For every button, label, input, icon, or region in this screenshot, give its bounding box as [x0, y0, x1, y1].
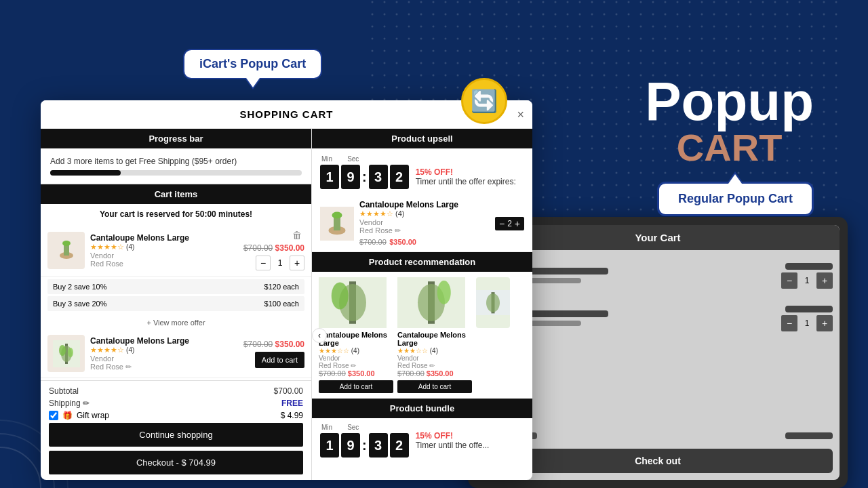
- bundle-offer-price: $120 each: [264, 283, 299, 291]
- rec-products-container: ‹ Cantaloupe Melons Large: [312, 272, 532, 399]
- svg-point-17: [332, 212, 342, 219]
- sale-price-2: $350.00: [275, 340, 304, 349]
- popup-cart-title: SHOPPING CART: [239, 108, 333, 120]
- timer-row: 1 9 : 3 2 15% OFF! Timer until the offer…: [320, 165, 524, 189]
- rec-product-name: Cantaloupe Melons Large: [319, 331, 393, 347]
- upsell-product-name: Cantaloupe Melons Large: [359, 200, 490, 209]
- timer-digit-4: 2: [390, 165, 409, 189]
- tablet-item-right-2: − 1 +: [781, 306, 833, 331]
- rec-product-vendor-2: Vendor: [397, 354, 472, 362]
- bundle-timer-group: Min Sec 1 9 : 3 2: [320, 424, 409, 458]
- decrease-qty-button[interactable]: −: [256, 256, 271, 270]
- tablet-checkout-button[interactable]: Check out: [483, 449, 833, 473]
- rec-products-list: Cantaloupe Melons Large ★★★☆☆ (4) Vendor…: [312, 272, 532, 399]
- tablet-item-right: − 1 +: [781, 263, 833, 289]
- tablet-increase-button-2[interactable]: +: [816, 315, 833, 331]
- bundle-timer-section: Min Sec 1 9 : 3 2 15% OFF! Timer until t…: [312, 418, 532, 463]
- qty-value: 1: [273, 258, 287, 268]
- subtotal-row: Subtotal $700.00: [49, 386, 303, 396]
- timer-colon: :: [362, 169, 367, 185]
- gift-wrap-checkbox[interactable]: [49, 411, 58, 420]
- upsell-product-vendor: Vendor: [359, 218, 490, 226]
- offer-text: 15% OFF! Timer until the offer expires:: [416, 167, 516, 186]
- tablet-footer-row: [483, 430, 833, 442]
- cart-item-image: [47, 335, 85, 372]
- tablet-price-bar: [785, 263, 833, 270]
- popup-cart-modal: SHOPPING CART × Progress bar Add 3 more …: [41, 100, 532, 480]
- rec-product-image-3: [476, 277, 510, 328]
- upsell-product-price: $700.00 $350.00: [359, 235, 490, 247]
- cart-items-section-header: Cart items: [41, 184, 311, 204]
- svg-point-12: [59, 345, 66, 356]
- icart-speech-bubble-text: iCart's Popup Cart: [199, 57, 306, 70]
- emoji-icon: 🔄: [461, 78, 507, 124]
- timer-digit-2: 9: [341, 165, 360, 189]
- tablet-item: − 1 +: [483, 257, 833, 294]
- original-price: $700.00: [243, 243, 273, 253]
- cart-item-info: Cantaloupe Melons Large ★★★★☆ (4) Vendor…: [90, 233, 238, 268]
- close-button[interactable]: ×: [517, 107, 524, 121]
- tablet-qty-value-2: 1: [800, 319, 814, 328]
- tablet-decrease-button-2[interactable]: −: [781, 315, 797, 331]
- rec-sale-price-2: $350.00: [427, 369, 454, 378]
- bundle-digit-4: 2: [390, 433, 409, 458]
- bundle-timer-labels: Min Sec: [320, 424, 409, 431]
- svg-point-28: [486, 293, 500, 312]
- timer-digit-1: 1: [320, 165, 339, 189]
- rec-product-image: [319, 277, 387, 328]
- regular-popup-cart-label: Regular Popup Cart: [678, 192, 793, 205]
- progress-text: Add 3 more items to get Free Shipping ($…: [50, 157, 302, 166]
- original-price-2: $700.00: [243, 340, 273, 349]
- rec-add-to-cart-button-2[interactable]: Add to cart: [397, 380, 472, 393]
- cart-items-list: Your cart is reserved for 50:00 minutes!…: [41, 204, 311, 380]
- rec-product-stars-2: ★★★☆☆ (4): [397, 347, 472, 354]
- tablet-decrease-button[interactable]: −: [781, 272, 797, 289]
- progress-bar-background: [50, 170, 302, 176]
- bundle-colon: :: [362, 438, 367, 453]
- timer-digit-3: 3: [369, 165, 388, 189]
- bundle-digit-2: 9: [341, 433, 360, 458]
- bundle-section-header: Product bundle: [312, 399, 532, 418]
- timer-section: Min Sec 1 9 : 3 2 15% OFF! Timer until t…: [312, 148, 532, 196]
- upsell-section-header: Product upsell: [312, 129, 532, 148]
- bundle-offer-price: $100 each: [264, 300, 299, 308]
- continue-shopping-button[interactable]: Continue shopping: [49, 423, 303, 447]
- progress-bar-section-header: Progress bar: [41, 129, 311, 148]
- product-image-icon: [53, 237, 80, 264]
- cart-item-price: $700.00 $350.00: [243, 243, 304, 253]
- bundle-min-label: Min: [321, 424, 332, 431]
- popup-cart-header: SHOPPING CART ×: [41, 100, 532, 129]
- offer-percentage: 15% OFF!: [416, 167, 453, 177]
- sec-label: Sec: [347, 155, 359, 163]
- rec-product: Cantaloupe Melons Large ★★★☆☆ (4) Vendor…: [319, 277, 393, 393]
- rec-product-icon-3: [476, 290, 510, 316]
- tablet-total-price-bar: [785, 432, 833, 439]
- regular-popup-cart-bubble: Regular Popup Cart: [657, 182, 814, 216]
- cart-item-stars: ★★★★☆ (4): [90, 243, 238, 251]
- tablet-qty-control: − 1 +: [781, 272, 833, 289]
- tablet-qty-control-2: − 1 +: [781, 315, 833, 331]
- rec-add-to-cart-button[interactable]: Add to cart: [319, 380, 393, 393]
- upsell-product-info: Cantaloupe Melons Large ★★★★☆ (4) Vendor…: [359, 200, 490, 247]
- bundle-offers: Buy 2 save 10% $120 each Buy 3 save 20% …: [41, 277, 311, 316]
- add-to-cart-button[interactable]: Add to cart: [255, 352, 304, 368]
- upsell-decrease-button[interactable]: −: [499, 218, 505, 229]
- tablet-item: − 1 +: [483, 300, 833, 337]
- upsell-increase-button[interactable]: +: [515, 218, 520, 229]
- popup-cart-body: Progress bar Add 3 more items to get Fre…: [41, 129, 532, 480]
- rec-product-vendor: Vendor: [319, 354, 393, 362]
- rec-prev-button[interactable]: ‹: [312, 328, 327, 343]
- bundle-offer-row: Buy 3 save 20% $100 each: [47, 296, 304, 311]
- delete-item-button[interactable]: 🗑: [292, 230, 302, 241]
- bundle-sec-label: Sec: [347, 424, 359, 431]
- subtotal-label: Subtotal: [49, 386, 79, 396]
- tablet-increase-button[interactable]: +: [816, 272, 833, 289]
- upsell-sale-price: $350.00: [389, 238, 416, 246]
- tablet-qty-value: 1: [800, 276, 814, 285]
- cart-item-name-2: Cantaloupe Melons Large: [90, 336, 238, 346]
- svg-point-13: [68, 348, 73, 357]
- bundle-offer-row: Buy 2 save 10% $120 each: [47, 279, 304, 294]
- view-more-link[interactable]: + View more offer: [41, 316, 311, 329]
- increase-qty-button[interactable]: +: [290, 256, 304, 270]
- checkout-button[interactable]: Checkout - $ 704.99: [49, 451, 303, 474]
